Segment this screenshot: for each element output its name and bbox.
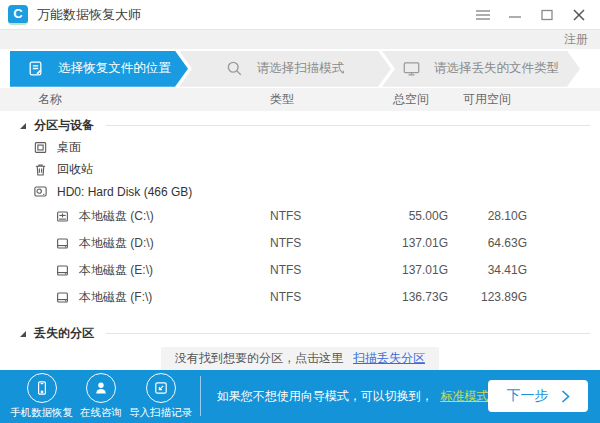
phone-recovery-button[interactable]: 手机数据恢复 [10, 373, 73, 420]
section-partitions-devices[interactable]: 分区与设备 [0, 115, 600, 137]
chevron-right-icon [561, 390, 570, 403]
person-icon [86, 373, 116, 403]
column-header-type[interactable]: 类型 [253, 91, 363, 108]
import-icon [146, 373, 176, 403]
search-icon [226, 60, 243, 77]
step-select-location[interactable]: 选择恢复文件的位置 [10, 51, 188, 87]
drive-row-e[interactable]: 本地磁盘 (E:\) NTFS 137.01G 34.41G [0, 257, 600, 284]
drive-icon [55, 236, 70, 251]
drive-row-f[interactable]: 本地磁盘 (F:\) NTFS 136.73G 123.89G [0, 284, 600, 311]
column-header-free[interactable]: 可用空间 [448, 91, 543, 108]
scan-lost-partition-link[interactable]: 扫描丢失分区 [353, 350, 425, 367]
document-edit-icon [27, 60, 44, 77]
lost-partition-notice: 没有找到想要的分区，点击这里 扫描丢失分区 [161, 347, 439, 370]
recycle-bin-icon [33, 162, 48, 177]
system-drive-icon [55, 209, 70, 224]
wizard-steps: 选择恢复文件的位置 请选择扫描模式 请选择丢失的文件类型 [0, 49, 600, 88]
table-header: 名称 类型 总空间 可用空间 [0, 88, 600, 111]
tree-item-recycle-bin[interactable]: 回收站 [0, 159, 600, 181]
drive-row-c[interactable]: 本地磁盘 (C:\) NTFS 55.00G 28.10G [0, 203, 600, 230]
close-icon[interactable] [566, 4, 592, 26]
maximize-icon[interactable] [534, 4, 560, 26]
standard-mode-link[interactable]: 标准模式 [440, 389, 488, 403]
next-step-button[interactable]: 下一步 [488, 380, 588, 412]
expand-triangle-icon [20, 331, 26, 337]
minimize-icon[interactable] [502, 4, 528, 26]
column-header-name[interactable]: 名称 [0, 91, 253, 108]
online-consult-button[interactable]: 在线咨询 [73, 373, 129, 420]
tree-item-desktop[interactable]: 桌面 [0, 137, 600, 159]
phone-icon [27, 373, 57, 403]
mode-hint-text: 如果您不想使用向导模式，可以切换到， 标准模式 [217, 388, 488, 405]
hard-disk-icon [33, 184, 48, 199]
drive-row-d[interactable]: 本地磁盘 (D:\) NTFS 137.01G 64.63G [0, 230, 600, 257]
step-label: 请选择扫描模式 [257, 60, 345, 77]
app-logo-icon: C [8, 5, 28, 25]
tree-item-hd0[interactable]: HD0: Hard Disk (466 GB) [0, 181, 600, 203]
register-link[interactable]: 注册 [564, 31, 588, 48]
step-scan-mode[interactable]: 请选择扫描模式 [179, 51, 391, 87]
drive-icon [55, 290, 70, 305]
menu-icon[interactable] [470, 4, 496, 26]
desktop-icon [33, 140, 48, 155]
import-scan-record-button[interactable]: 导入扫描记录 [129, 373, 192, 420]
expand-triangle-icon [20, 123, 26, 129]
footer-bar: 手机数据恢复 在线咨询 导入扫描记录 如果您不想使用向导模式，可以切换到， 标准… [0, 370, 600, 423]
drive-icon [55, 263, 70, 278]
title-bar: C 万能数据恢复大师 [0, 0, 600, 29]
step-label: 请选择丢失的文件类型 [434, 60, 559, 77]
register-strip: 注册 [0, 29, 600, 49]
step-label: 选择恢复文件的位置 [58, 60, 171, 77]
step-file-type[interactable]: 请选择丢失的文件类型 [382, 51, 580, 87]
device-list: 分区与设备 桌面 回收站 [0, 111, 600, 370]
app-title: 万能数据恢复大师 [37, 6, 141, 24]
monitor-icon [403, 60, 420, 77]
column-header-total[interactable]: 总空间 [363, 91, 448, 108]
footer-divider [200, 376, 201, 416]
lost-partitions-section: 丢失的分区 没有找到想要的分区，点击这里 扫描丢失分区 [0, 311, 600, 370]
section-lost-partitions[interactable]: 丢失的分区 [0, 323, 600, 345]
